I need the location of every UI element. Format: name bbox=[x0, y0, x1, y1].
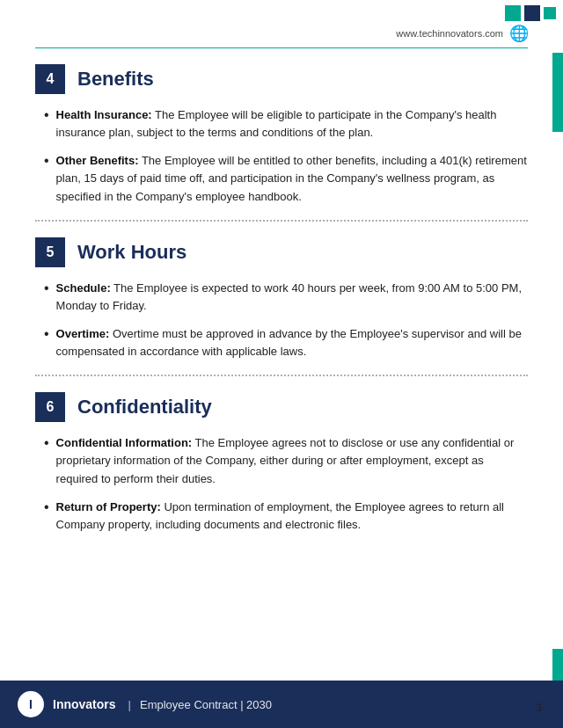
divider-2 bbox=[35, 375, 528, 376]
page-footer: I Innovators | Employee Contract | 2030 bbox=[0, 681, 563, 728]
section-number-6: 6 bbox=[35, 392, 65, 422]
section-header-confidentiality: 6 Confidentiality bbox=[35, 392, 528, 422]
bullet-content-schedule: The Employee is expected to work 40 hour… bbox=[56, 281, 522, 312]
globe-icon: 🌐 bbox=[510, 25, 528, 42]
section-title-confidentiality: Confidentiality bbox=[77, 396, 212, 419]
section-benefits: 4 Benefits • Health Insurance: The Emplo… bbox=[35, 64, 528, 206]
section-body-confidentiality: • Confidential Information: The Employee… bbox=[35, 434, 528, 534]
bullet-label-other-benefits: Other Benefits: bbox=[56, 154, 139, 167]
bullet-text-schedule: Schedule: The Employee is expected to wo… bbox=[56, 280, 528, 315]
bullet-text-confidential-info: Confidential Information: The Employee a… bbox=[56, 434, 528, 487]
bullet-text-other-benefits: Other Benefits: The Employee will be ent… bbox=[56, 152, 528, 205]
section-body-benefits: • Health Insurance: The Employee will be… bbox=[35, 106, 528, 206]
footer-logo: I bbox=[18, 691, 44, 717]
bullet-dot: • bbox=[44, 435, 49, 451]
list-item: • Other Benefits: The Employee will be e… bbox=[35, 152, 528, 205]
footer-company-name: Innovators bbox=[53, 697, 116, 711]
page-header: www.techinnovators.com 🌐 bbox=[35, 25, 528, 48]
bullet-label-schedule: Schedule: bbox=[56, 281, 111, 295]
section-body-work-hours: • Schedule: The Employee is expected to … bbox=[35, 280, 528, 361]
list-item: • Health Insurance: The Employee will be… bbox=[35, 106, 528, 142]
deco-teal-2 bbox=[544, 7, 556, 19]
list-item: • Schedule: The Employee is expected to … bbox=[35, 280, 528, 315]
bullet-dot: • bbox=[44, 153, 49, 169]
section-header-benefits: 4 Benefits bbox=[35, 64, 528, 94]
bullet-text-overtime: Overtime: Overtime must be approved in a… bbox=[56, 325, 528, 360]
section-number-4: 4 bbox=[35, 64, 65, 94]
bullet-dot: • bbox=[44, 326, 49, 342]
section-title-work-hours: Work Hours bbox=[77, 241, 186, 264]
section-work-hours: 5 Work Hours • Schedule: The Employee is… bbox=[35, 237, 528, 361]
section-number-5: 5 bbox=[35, 237, 65, 267]
bullet-text-health-insurance: Health Insurance: The Employee will be e… bbox=[56, 106, 528, 142]
footer-divider: | bbox=[128, 698, 131, 711]
bullet-text-return-property: Return of Property: Upon termination of … bbox=[56, 499, 528, 534]
main-content: 4 Benefits • Health Insurance: The Emplo… bbox=[35, 48, 528, 675]
bullet-dot: • bbox=[44, 499, 49, 515]
page-number: 3 bbox=[536, 701, 542, 714]
section-title-benefits: Benefits bbox=[77, 68, 154, 91]
bullet-label-health-insurance: Health Insurance: bbox=[56, 108, 152, 121]
bullet-label-overtime: Overtime: bbox=[56, 327, 110, 340]
section-confidentiality: 6 Confidentiality • Confidential Informa… bbox=[35, 392, 528, 534]
top-decorative-blocks bbox=[498, 0, 563, 26]
footer-doc-info: Employee Contract | 2030 bbox=[140, 698, 272, 711]
section-header-work-hours: 5 Work Hours bbox=[35, 237, 528, 267]
list-item: • Return of Property: Upon termination o… bbox=[35, 499, 528, 534]
right-accent-bar bbox=[552, 53, 563, 132]
bullet-label-confidential-info: Confidential Information: bbox=[56, 436, 193, 449]
list-item: • Overtime: Overtime must be approved in… bbox=[35, 325, 528, 360]
bullet-label-return-property: Return of Property: bbox=[56, 500, 161, 513]
deco-navy-1 bbox=[524, 5, 540, 21]
bullet-dot: • bbox=[44, 107, 49, 123]
divider-1 bbox=[35, 220, 528, 222]
bullet-content-overtime: Overtime must be approved in advance by … bbox=[56, 327, 522, 358]
deco-teal-1 bbox=[505, 5, 521, 21]
bullet-dot: • bbox=[44, 280, 49, 296]
bottom-teal-accent bbox=[552, 649, 563, 681]
website-url: www.techinnovators.com bbox=[396, 28, 503, 39]
list-item: • Confidential Information: The Employee… bbox=[35, 434, 528, 487]
